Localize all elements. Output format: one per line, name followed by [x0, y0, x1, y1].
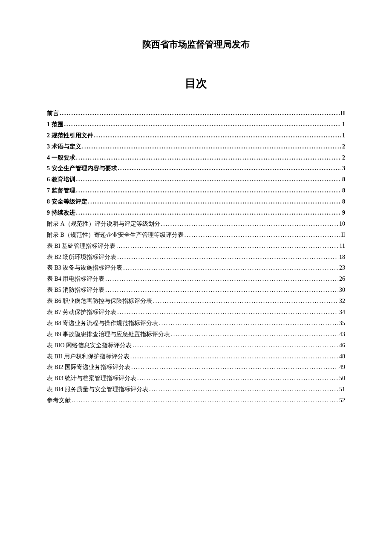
- toc-item-label: 6 教育培训: [47, 174, 75, 185]
- toc-item: 5 安全生产管理内容与要求3: [47, 163, 345, 174]
- toc-item-label: 9 持续改进: [47, 207, 75, 218]
- toc-dots: [94, 130, 342, 141]
- toc-item: 附录 A（规范性）评分说明与评定等级划分10: [47, 218, 345, 230]
- toc-dots: [161, 218, 338, 230]
- toc-item-label: 3 术语与定义: [47, 141, 81, 152]
- toc-item: 表 B3 设备与设施指标评分表23: [47, 262, 345, 273]
- toc-item-label: 2 规范性引用文件: [47, 130, 93, 141]
- toc-item-page: 8: [342, 174, 345, 185]
- toc-item-page: 1: [342, 130, 345, 141]
- toc-item: 表 BIO 网络信息安全指标评分表46: [47, 340, 345, 351]
- toc-item-page: 11: [340, 241, 345, 252]
- toc-item: 2 规范性引用文件1: [47, 130, 345, 141]
- toc-item-label: 表 BI2 国际寄递业务指标评分表: [47, 362, 130, 373]
- toc-item-page: 52: [339, 395, 345, 406]
- toc-item: 7 监督管理8: [47, 185, 345, 196]
- toc-item-label: 表 BI 基础管理指标评分表: [47, 241, 115, 252]
- toc-item: 表 B8 寄递业务流程与操作规范指标评分表35: [47, 318, 345, 329]
- toc-item-label: 表 B9 事故隐患排查治理与应急处置指标评分表: [47, 329, 170, 340]
- toc-item-label: 表 B4 用电指标评分表: [47, 273, 104, 285]
- toc-item-label: 7 监督管理: [47, 185, 75, 196]
- toc-dots: [130, 351, 338, 362]
- toc-dots: [76, 207, 342, 218]
- toc-dots: [116, 241, 339, 252]
- toc-item-page: 10: [339, 218, 345, 230]
- toc-item-page: 18: [339, 252, 345, 263]
- toc-item-label: 表 BIO 网络信息安全指标评分表: [47, 340, 132, 351]
- toc-item: 表 BI4 服务质量与安全管理指标评分表51: [47, 384, 345, 395]
- toc-item-page: 8: [342, 185, 345, 196]
- toc-title: 目次: [47, 76, 345, 91]
- toc-item-page: 1: [342, 119, 345, 130]
- toc-item-page: 26: [339, 273, 345, 285]
- toc-item-label: 表 B6 职业病危害防控与保险指标评分表: [47, 296, 152, 307]
- toc-item-label: 表 B2 场所环境指标评分表: [47, 252, 116, 263]
- toc-item-label: 表 BI4 服务质量与安全管理指标评分表: [47, 384, 148, 395]
- toc-item-page: 43: [339, 329, 345, 340]
- toc-item-label: 表 B5 消防指标评分表: [47, 285, 104, 296]
- toc-item-page: 23: [339, 262, 345, 273]
- toc-item: 表 B7 劳动保护指标评分表34: [47, 307, 345, 318]
- publisher-header: 陕西省市场监督管理局发布: [47, 38, 345, 50]
- toc-dots: [184, 230, 340, 241]
- toc-dots: [131, 362, 338, 373]
- toc-item-label: 表 B7 劳动保护指标评分表: [47, 307, 116, 318]
- toc-dots: [82, 141, 342, 152]
- toc-item: 3 术语与定义2: [47, 141, 345, 152]
- toc-item: 表 B4 用电指标评分表26: [47, 273, 345, 285]
- toc-item-label: 附录 B（规范性）寄递企业安全生产管理等级评分表: [47, 230, 184, 241]
- toc-dots: [159, 318, 338, 329]
- toc-dots: [117, 307, 338, 318]
- toc-dots: [76, 152, 342, 163]
- toc-item-page: 2: [342, 152, 345, 163]
- toc-dots: [149, 384, 338, 395]
- toc-item-page: II: [341, 230, 345, 241]
- toc-dots: [72, 395, 338, 406]
- toc-item-page: 30: [339, 285, 345, 296]
- toc-dots: [137, 373, 338, 384]
- toc-dots: [88, 196, 342, 207]
- toc-item-page: 35: [339, 318, 345, 329]
- toc-item: 1 范围1: [47, 119, 345, 130]
- toc-item-label: 表 BI3 统计与档案管理指标评分表: [47, 373, 136, 384]
- toc-item: 9 持续改进9: [47, 207, 345, 218]
- toc-item: 表 B2 场所环境指标评分表18: [47, 252, 345, 263]
- toc-item-label: 前言: [47, 108, 59, 119]
- toc-dots: [133, 340, 338, 351]
- toc-item-page: 32: [339, 296, 345, 307]
- toc-item-page: 46: [339, 340, 345, 351]
- toc-item-label: 参考文献: [47, 395, 71, 406]
- toc-item-label: 8 安全等级评定: [47, 196, 87, 207]
- toc-item: 附录 B（规范性）寄递企业安全生产管理等级评分表II: [47, 230, 345, 241]
- toc-item: 表 B6 职业病危害防控与保险指标评分表32: [47, 296, 345, 307]
- toc-dots: [60, 108, 340, 119]
- toc-item-page: 9: [342, 207, 345, 218]
- toc-item-page: 34: [339, 307, 345, 318]
- toc-item-label: 表 B8 寄递业务流程与操作规范指标评分表: [47, 318, 158, 329]
- toc-item: 参考文献52: [47, 395, 345, 406]
- toc-list: 前言II1 范围12 规范性引用文件13 术语与定义24 一般要求25 安全生产…: [47, 108, 345, 406]
- toc-dots: [123, 262, 338, 273]
- toc-dots: [117, 252, 338, 263]
- toc-item: 表 BI 基础管理指标评分表11: [47, 241, 345, 252]
- toc-item-page: II: [340, 108, 345, 119]
- toc-item-page: 48: [339, 351, 345, 362]
- toc-item-page: 2: [342, 141, 345, 152]
- toc-item-label: 1 范围: [47, 119, 63, 130]
- toc-item-label: 表 B3 设备与设施指标评分表: [47, 262, 122, 273]
- toc-item-label: 附录 A（规范性）评分说明与评定等级划分: [47, 218, 160, 230]
- toc-item-page: 50: [339, 373, 345, 384]
- toc-item-page: 8: [342, 196, 345, 207]
- toc-dots: [118, 163, 342, 174]
- toc-item: 前言II: [47, 108, 345, 119]
- toc-item-page: 51: [339, 384, 345, 395]
- toc-item-page: 3: [342, 163, 345, 174]
- toc-item: 表 BI3 统计与档案管理指标评分表50: [47, 373, 345, 384]
- toc-dots: [171, 329, 338, 340]
- toc-item: 表 BII 用户权利保护指标评分表48: [47, 351, 345, 362]
- toc-dots: [64, 119, 342, 130]
- toc-dots: [105, 285, 338, 296]
- toc-dots: [153, 296, 338, 307]
- toc-item: 表 BI2 国际寄递业务指标评分表49: [47, 362, 345, 373]
- toc-item: 4 一般要求2: [47, 152, 345, 163]
